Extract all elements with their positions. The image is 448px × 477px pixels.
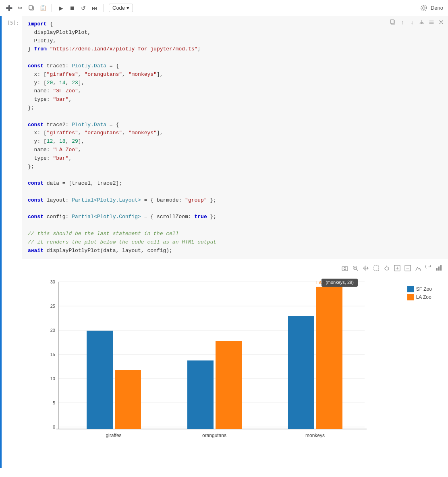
paste-icon[interactable]: 📋	[39, 4, 47, 12]
main-content: [5]: ↑ ↓ import { displayPlotlyPlot,	[0, 16, 448, 477]
legend-label-lazoo: LA Zoo	[416, 294, 431, 300]
cell-label: [5]:	[7, 20, 19, 26]
run-icon[interactable]: ▶	[57, 4, 65, 12]
svg-rect-6	[342, 267, 348, 271]
top-toolbar: ➕ ✂ 📋 ▶ ⏹ ↺ ⏭ Code ▾ Deno	[0, 0, 448, 16]
output-area: 0 5 10 15 20 25 30 gira	[0, 259, 448, 468]
svg-text:20: 20	[50, 328, 55, 333]
bar-giraffes-sfzoo	[87, 331, 113, 429]
chart-svg-wrap: 0 5 10 15 20 25 30 gira	[34, 278, 436, 449]
bar-giraffes-lazoo	[115, 370, 141, 429]
divider-1	[52, 4, 52, 12]
chart-svg: 0 5 10 15 20 25 30 gira	[34, 278, 397, 447]
legend-item-lazoo: LA Zoo	[407, 294, 432, 300]
active-bar	[0, 16, 2, 259]
legend-swatch-lazoo	[407, 294, 414, 300]
legend-item-sfzoo: SF Zoo	[407, 286, 432, 292]
move-down-icon[interactable]: ↓	[409, 19, 416, 26]
svg-text:monkeys: monkeys	[305, 433, 325, 438]
output-gutter	[0, 259, 22, 468]
output-active-bar	[0, 259, 2, 468]
plotly-logo-icon[interactable]	[435, 264, 443, 272]
reset-icon[interactable]	[425, 264, 433, 272]
zoom-icon[interactable]	[351, 264, 359, 272]
code-cell: [5]: ↑ ↓ import { displayPlotlyPlot,	[0, 16, 448, 259]
restart-icon[interactable]: ↺	[79, 4, 87, 12]
cell-toolbar: ↑ ↓	[389, 19, 445, 26]
camera-icon[interactable]	[341, 264, 349, 272]
cell-type-dropdown[interactable]: Code ▾	[109, 4, 133, 12]
svg-text:15: 15	[50, 352, 55, 357]
legend-swatch-sfzoo	[407, 286, 414, 292]
bar-orangutans-lazoo	[216, 341, 242, 429]
code-editor[interactable]: import { displayPlotlyPlot, Plotly, } fr…	[22, 16, 448, 259]
zoom-in-icon[interactable]	[393, 264, 401, 272]
plotly-toolbar	[22, 262, 448, 274]
svg-rect-14	[438, 267, 440, 271]
copy-cell-icon[interactable]	[389, 19, 396, 26]
svg-text:10: 10	[50, 376, 55, 381]
svg-rect-5	[390, 20, 394, 23]
bar-monkeys-sfzoo	[288, 316, 314, 429]
copy-icon[interactable]	[27, 4, 35, 12]
cell-type-label: Code	[112, 5, 125, 11]
svg-text:0: 0	[53, 425, 55, 429]
svg-point-2	[423, 7, 425, 9]
delete-cell-icon[interactable]	[438, 19, 445, 26]
autoscale-icon[interactable]	[414, 264, 422, 272]
divider-2	[104, 4, 104, 12]
svg-text:30: 30	[50, 279, 55, 284]
move-up-icon[interactable]: ↑	[399, 19, 406, 26]
svg-text:5: 5	[53, 400, 55, 405]
cell-gutter: [5]:	[0, 16, 22, 259]
toolbar-right: Deno	[420, 4, 443, 12]
svg-text:orangutans: orangutans	[202, 433, 226, 438]
chart-container: 0 5 10 15 20 25 30 gira	[22, 274, 448, 465]
bar-monkeys-lazoo	[316, 287, 342, 429]
settings-icon[interactable]	[420, 4, 427, 12]
output-content: 0 5 10 15 20 25 30 gira	[22, 259, 448, 468]
box-select-icon[interactable]	[372, 264, 380, 272]
menu-icon[interactable]	[428, 19, 435, 26]
legend-label-sfzoo: SF Zoo	[416, 286, 432, 292]
svg-point-3	[421, 5, 427, 11]
svg-text:giraffes: giraffes	[106, 433, 121, 438]
pan-icon[interactable]	[362, 264, 370, 272]
lasso-icon[interactable]	[383, 264, 391, 272]
svg-text:25: 25	[50, 304, 55, 308]
chevron-down-icon: ▾	[127, 5, 129, 11]
cell-content[interactable]: ↑ ↓ import { displayPlotlyPlot, Plotly, …	[22, 16, 448, 259]
bar-orangutans-sfzoo	[187, 360, 214, 429]
cut-icon[interactable]: ✂	[16, 4, 24, 12]
download-icon[interactable]	[418, 19, 425, 26]
add-icon[interactable]: ➕	[5, 4, 13, 12]
svg-point-10	[385, 267, 389, 270]
chart-legend: SF Zoo LA Zoo	[407, 286, 432, 302]
svg-point-7	[344, 268, 346, 270]
fast-forward-icon[interactable]: ⏭	[91, 4, 99, 12]
tooltip-text: (monkeys, 29)	[326, 280, 354, 285]
svg-rect-15	[440, 265, 442, 271]
svg-rect-9	[374, 266, 379, 271]
svg-rect-1	[29, 6, 33, 9]
kernel-label: Deno	[431, 5, 443, 11]
stop-icon[interactable]: ⏹	[68, 4, 76, 12]
zoom-out-icon[interactable]	[404, 264, 412, 272]
svg-rect-13	[436, 268, 438, 271]
